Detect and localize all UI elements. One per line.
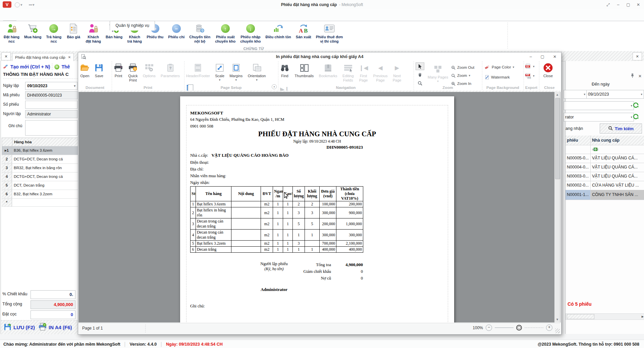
close-panel-icon[interactable]: ✕ <box>638 74 642 79</box>
col-header-phieu[interactable]: phiếu <box>566 136 591 145</box>
add-button[interactable]: Thê <box>61 64 70 69</box>
nguoi-lap-filter-field[interactable]: rator ▾ <box>564 113 634 121</box>
thumbnails-button[interactable]: Thumbnails <box>292 61 316 78</box>
so-phieu-field[interactable] <box>25 101 77 109</box>
result-row-selected[interactable]: N00001-1... CÔNG TY TNHH SẢN ... <box>566 190 644 200</box>
open-button[interactable]: Open <box>78 61 92 78</box>
margins-button[interactable]: Margins ▾ <box>227 61 245 82</box>
close-all-tabs-button[interactable]: ✕ <box>1 52 11 60</box>
ngay-lap-field[interactable]: 09/10/2023 ▾ <box>25 82 77 90</box>
doc-tab-phieu-dat-hang[interactable]: Phiếu đặt hàng nhà cung cấp ✕ <box>12 53 74 61</box>
save-button[interactable]: LƯU (F2) <box>4 323 35 332</box>
close-preview-button[interactable]: Close <box>541 61 555 78</box>
scrollbar-thumb[interactable] <box>567 314 594 319</box>
refresh-icon[interactable] <box>633 102 639 109</box>
filter-cell[interactable] <box>566 145 591 154</box>
warehouse-out-icon: ↑ <box>220 23 231 34</box>
next-page-button: ▶ Next Page <box>391 61 404 83</box>
watermark-button[interactable]: Watermark <box>485 74 514 81</box>
ribbon-mua-hang[interactable]: Mua hàng <box>22 22 44 39</box>
doc-code: DHN00005-091023 <box>326 145 363 150</box>
item-new-row[interactable]: * <box>2 199 78 207</box>
print-button[interactable]: Print <box>112 61 125 78</box>
refresh-icon[interactable] <box>633 113 639 121</box>
preview-surface[interactable]: MEKONGSOFT 64 Nguyễn Đình Chiểu, Phường … <box>78 92 560 322</box>
item-row-6[interactable]: 6 B32, Bạt hiflex 3.2zem <box>2 190 78 199</box>
ribbon-dat-hang-ncc[interactable]: Đặt hàng ncc <box>1 22 22 43</box>
zoom-slider-thumb[interactable] <box>516 325 522 331</box>
supplier-filter-field[interactable]: ▾ <box>564 101 634 110</box>
scroll-right-icon[interactable]: ▶ <box>642 315 644 318</box>
maximize-button[interactable]: ▢ <box>623 0 633 9</box>
find-button[interactable]: Find <box>278 61 291 78</box>
dialog-close-button[interactable]: ✕ <box>553 54 556 59</box>
result-row[interactable]: N00005-0... VẬT LIỆU QUẢNG CÁ... <box>566 154 644 163</box>
slider-track[interactable] <box>495 328 514 328</box>
minimize-button[interactable]: – <box>613 0 623 9</box>
item-row-5[interactable]: 5 DCT, Decan trắng <box>2 181 78 190</box>
zoom-in-slider-button[interactable]: + <box>546 325 552 331</box>
ribbon-bao-gia[interactable]: Báo giá <box>64 22 83 39</box>
ribbon-dieu-chinh-ton[interactable]: Điều chỉnh tồn <box>263 22 293 39</box>
chevron-down-icon: ▾ <box>533 74 535 78</box>
ribbon-phieu-chi[interactable]: − Phiếu chi <box>166 22 187 39</box>
ribbon-khach-dat-hang[interactable]: Khách đặt hàng <box>83 22 103 43</box>
fullscreen-button[interactable]: ⤢ <box>603 0 613 9</box>
scale-button[interactable]: Scale ▾ <box>213 61 226 82</box>
quick-print-button[interactable]: Quick Print <box>126 61 140 83</box>
item-row-3[interactable]: 3 BR32, Bạt hiflex in băng rôn <box>2 164 78 172</box>
export-pdf-button[interactable]: PDF ▾ <box>525 63 535 70</box>
dialog-maximize-button[interactable]: ▢ <box>541 54 544 59</box>
export-send-pdf-button[interactable]: PDF ▾ <box>525 72 535 79</box>
col-header-nha-cung-cap[interactable]: Nhà cung cấp <box>591 136 644 145</box>
result-row[interactable]: N00003-0... VẬT LIỆU QUẢNG CÁ... <box>566 172 644 181</box>
tu-ngay-field-partial[interactable]: ▾ <box>564 90 587 99</box>
pointer-tool-button[interactable] <box>416 62 424 70</box>
resize-grip[interactable] <box>555 329 560 333</box>
orientation-button[interactable]: Orientation ▾ <box>246 61 268 82</box>
page-color-button[interactable]: Page Color ▾ <box>485 64 514 70</box>
ghi-chu-field[interactable] <box>25 120 77 136</box>
zoom-button[interactable]: Zoom ▾ <box>451 72 474 79</box>
ribbon-phieu-nhap-chuyen-kho[interactable]: ↓ Phiếu nhập chuyển kho <box>238 22 263 43</box>
tab-quan-ly-nghiep-vu[interactable]: Quản lý nghiệp vụ <box>110 21 155 31</box>
ribbon-phieu-xuat-chuyen-kho[interactable]: ↑ Phiếu xuất chuyển kho <box>213 22 238 43</box>
filter-row[interactable]: aBc <box>566 145 644 154</box>
pin-icon[interactable] <box>631 73 634 79</box>
doc-tab-close-icon[interactable]: ✕ <box>68 55 71 59</box>
hand-tool-button[interactable] <box>416 71 424 79</box>
chiet-khau-field[interactable]: 0. <box>31 290 75 299</box>
preview-vertical-scrollbar[interactable]: ▲ ▼ <box>554 92 560 322</box>
den-ngay-field[interactable]: 09/10/2023 ▾ <box>586 90 644 99</box>
item-row-1[interactable]: ▸1 B36, Bạt hiflex 3.6zem <box>2 146 78 155</box>
result-supplier: VẬT LIỆU QUẢNG CÁ... <box>591 172 644 181</box>
nguoi-lap-field[interactable]: Administrator <box>25 110 77 118</box>
close-right-panel-button[interactable]: ✕ <box>633 52 642 60</box>
scroll-down-icon[interactable]: ▼ <box>554 317 560 322</box>
slider-track-right[interactable] <box>525 328 543 328</box>
ma-phieu-field[interactable]: DHN00005-091023 <box>25 91 77 99</box>
ribbon-chuyen-tien-noi-bo[interactable]: Chuyển tiền nội bộ <box>187 22 213 43</box>
ribbon-san-xuat[interactable]: AB Sản xuất <box>293 22 314 39</box>
ribbon-tra-hang-ncc[interactable]: → Trả hàng ncc <box>44 22 64 43</box>
item-row-2[interactable]: 2 DCTG+DCT, Decan trong cá <box>2 155 78 164</box>
save-document-button[interactable]: Save <box>93 61 105 78</box>
search-button[interactable]: Tìm kiếm <box>600 123 642 134</box>
zoom-out-slider-button[interactable]: − <box>486 325 492 331</box>
scroll-up-icon[interactable]: ▲ <box>554 92 560 98</box>
horizontal-scrollbar[interactable]: ▶ <box>566 313 644 320</box>
dialog-minimize-button[interactable]: – <box>530 54 532 59</box>
item-row-4[interactable]: 4 DCTG+DCT, Decan trong cá <box>2 172 78 181</box>
items-grid-header[interactable]: Hàng hóa <box>2 138 78 146</box>
scrollbar-thumb[interactable] <box>555 98 560 179</box>
result-row[interactable]: N00002-0... CỬA HÀNG VẬT LIỆU ... <box>566 181 644 190</box>
result-row[interactable]: N00004-0... VẬT LIỆU QUẢNG CÁ... <box>566 163 644 172</box>
close-window-button[interactable]: ✕ <box>633 0 643 9</box>
dat-coc-field[interactable]: 0 <box>31 310 75 319</box>
ribbon-phieu-thue-don-vi-thi-cong[interactable]: Phiếu thuê đơn vị thi công <box>314 22 345 43</box>
toolbar-group-page-background: Page Color ▾ Watermark Page Background <box>482 61 524 90</box>
filter-cell[interactable]: aBc <box>591 145 644 154</box>
print-a4-button[interactable]: ? IN A4 (F6) <box>38 323 72 332</box>
zoom-out-button[interactable]: Zoom Out <box>451 64 474 71</box>
create-new-button[interactable]: Tạo mới (Ctrl + N) <box>10 64 50 69</box>
